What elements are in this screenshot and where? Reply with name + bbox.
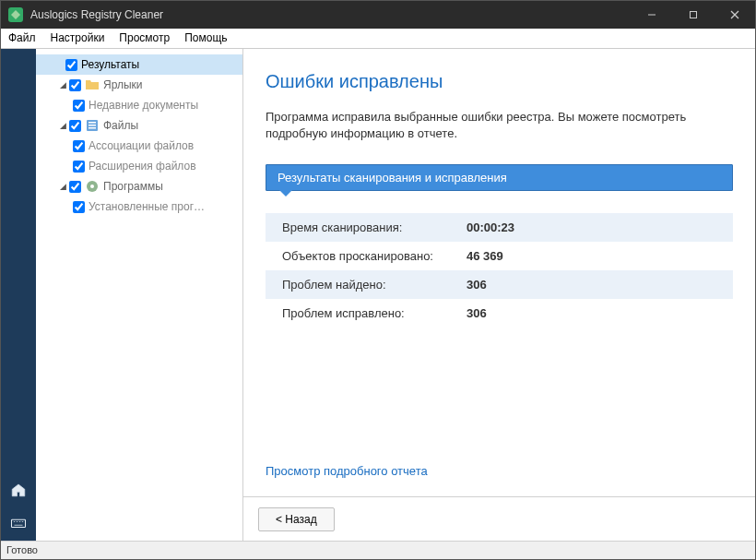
result-row-objects: Объектов просканировано: 46 369 (266, 242, 733, 270)
main-column: Ошибки исправлены Программа исправила вы… (243, 49, 755, 541)
maximize-icon (689, 10, 698, 19)
result-label: Время сканирования: (282, 220, 467, 234)
menu-file[interactable]: Файл (1, 29, 43, 48)
maximize-button[interactable] (672, 1, 714, 29)
minimize-icon (647, 10, 656, 19)
checkbox-file-ext[interactable] (73, 161, 85, 173)
checkbox-installed[interactable] (73, 201, 85, 213)
tree-label: Ассоциации файлов (89, 139, 194, 152)
menu-view[interactable]: Просмотр (112, 29, 177, 48)
result-row-fixed: Проблем исправлено: 306 (266, 299, 733, 328)
nav-keyboard-button[interactable] (8, 513, 29, 533)
close-button[interactable] (714, 1, 755, 29)
tree-item-results[interactable]: Результаты (36, 54, 242, 75)
tree-item-file-assoc[interactable]: Ассоциации файлов (36, 136, 242, 156)
nav-home-button[interactable] (8, 480, 29, 500)
checkbox-results[interactable] (65, 59, 77, 71)
tree-label: Ярлыки (103, 78, 143, 91)
checkbox-file-assoc[interactable] (73, 140, 85, 152)
checkbox-recent-docs[interactable] (73, 100, 85, 112)
tree-item-shortcuts[interactable]: ◢ Ярлыки (36, 75, 242, 95)
svg-rect-4 (12, 519, 26, 527)
tree-panel: Результаты ◢ Ярлыки Недавние документы ◢… (36, 49, 243, 541)
expand-arrow-icon[interactable]: ◢ (56, 121, 69, 130)
titlebar[interactable]: Auslogics Registry Cleaner (1, 1, 755, 29)
app-window: Auslogics Registry Cleaner Файл Настройк… (0, 0, 756, 560)
svg-rect-13 (89, 127, 96, 129)
page-subtext: Программа исправила выбранные ошибки рее… (266, 109, 733, 142)
checkbox-shortcuts[interactable] (69, 79, 81, 91)
result-value: 46 369 (467, 249, 503, 263)
result-row-found: Проблем найдено: 306 (266, 270, 733, 299)
tree-label: Недавние документы (89, 99, 198, 112)
minimize-button[interactable] (631, 1, 672, 29)
menu-help[interactable]: Помощь (177, 29, 234, 48)
close-icon (730, 10, 739, 19)
checkbox-files[interactable] (69, 120, 81, 132)
statusbar: Готово (1, 541, 755, 559)
page-heading: Ошибки исправлены (266, 71, 733, 92)
body: Результаты ◢ Ярлыки Недавние документы ◢… (1, 49, 755, 541)
back-button[interactable]: < Назад (258, 507, 335, 531)
tree-item-programs[interactable]: ◢ Программы (36, 176, 242, 197)
nav-strip (1, 49, 36, 541)
expand-arrow-icon[interactable]: ◢ (56, 80, 69, 89)
tree-item-files[interactable]: ◢ Файлы (36, 115, 242, 136)
result-label: Проблем найдено: (282, 278, 467, 292)
programs-icon (85, 179, 100, 194)
svg-rect-11 (89, 122, 96, 124)
checkbox-programs[interactable] (69, 181, 81, 193)
menubar: Файл Настройки Просмотр Помощь (1, 29, 755, 49)
home-icon (10, 482, 27, 498)
window-title: Auslogics Registry Cleaner (30, 8, 631, 21)
svg-rect-1 (690, 12, 696, 18)
tree-item-recent-docs[interactable]: Недавние документы (36, 95, 242, 115)
folder-icon (85, 77, 100, 92)
menu-settings[interactable]: Настройки (43, 29, 112, 48)
expand-arrow-icon[interactable]: ◢ (56, 182, 69, 191)
tree-label: Файлы (103, 119, 138, 132)
tree-label: Программы (103, 180, 163, 193)
result-row-scan-time: Время сканирования: 00:00:23 (266, 213, 733, 242)
result-value: 00:00:23 (467, 220, 514, 234)
result-value: 306 (467, 306, 487, 320)
app-icon (8, 7, 23, 22)
tree-label: Установленные прог… (89, 200, 205, 213)
results-table: Время сканирования: 00:00:23 Объектов пр… (266, 213, 733, 328)
files-icon (85, 118, 100, 133)
tree-label: Расширения файлов (89, 160, 196, 173)
result-label: Объектов просканировано: (282, 249, 467, 263)
tree-item-installed[interactable]: Установленные прог… (36, 197, 242, 217)
result-label: Проблем исправлено: (282, 306, 467, 320)
results-banner: Результаты сканирования и исправления (266, 164, 733, 191)
tree-label: Результаты (81, 58, 139, 71)
tree-item-file-ext[interactable]: Расширения файлов (36, 156, 242, 176)
result-value: 306 (467, 278, 487, 292)
svg-rect-12 (89, 125, 96, 126)
view-report-link[interactable]: Просмотр подробного отчета (266, 464, 733, 478)
keyboard-icon (10, 515, 27, 531)
bottom-bar: < Назад (243, 496, 755, 541)
svg-point-15 (90, 185, 94, 188)
main-content: Ошибки исправлены Программа исправила вы… (243, 49, 755, 496)
